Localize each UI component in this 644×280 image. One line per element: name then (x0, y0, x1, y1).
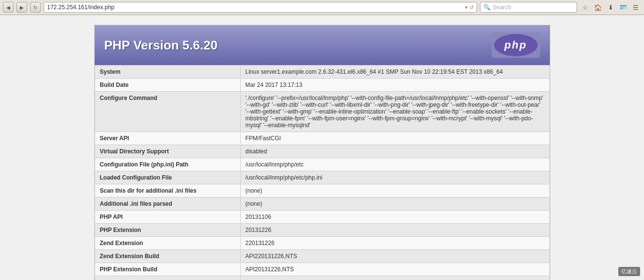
row-label: PHP Extension (95, 224, 240, 237)
address-bar-icons: ▾ ↺ (465, 4, 474, 11)
row-label: Configure Command (95, 92, 240, 132)
table-row: PHP Extension20131226 (95, 224, 549, 237)
info-table: SystemLinux server1.example.com 2.6.32-4… (95, 65, 550, 280)
search-placeholder: Search (493, 4, 511, 11)
table-row: Debug Buildno (95, 276, 549, 280)
table-row: Zend Extension BuildAPI220131226,NTS (95, 250, 549, 263)
forward-button[interactable]: ▶ (17, 2, 27, 13)
row-label: Zend Extension (95, 237, 240, 250)
refresh-button[interactable]: ↻ (30, 2, 41, 13)
row-label: Virtual Directory Support (95, 145, 240, 158)
download-icon[interactable]: ⬇ (605, 2, 616, 13)
row-value: (none) (240, 184, 549, 198)
table-row: SystemLinux server1.example.com 2.6.32-4… (95, 66, 549, 79)
row-label: Server API (95, 132, 240, 145)
dropdown-icon: ▾ (465, 4, 468, 11)
menu-icon[interactable]: ☰ (630, 2, 641, 13)
watermark: 亿速云 (618, 267, 640, 276)
row-label: System (95, 66, 240, 79)
table-row: Loaded Configuration File/usr/local/lnmp… (95, 171, 549, 184)
browser-toolbar: ◀ ▶ ↻ 172.25.254.161/index.php ▾ ↺ 🔍 Sea… (0, 0, 644, 15)
row-value: /usr/local/lnmp/php/etc (240, 158, 549, 171)
row-label: Build Date (95, 79, 240, 92)
php-logo-text: php (504, 39, 527, 51)
page-content: PHP Version 5.6.20 php SystemLinux serve… (0, 15, 644, 280)
search-icon: 🔍 (483, 4, 491, 11)
search-bar[interactable]: 🔍 Search (480, 2, 577, 13)
row-value: disabled (240, 145, 549, 158)
row-value: (none) (240, 198, 549, 211)
home-icon[interactable]: 🏠 (593, 2, 603, 13)
table-row: Build DateMar 24 2017 13:17:13 (95, 79, 549, 92)
watermark-text: 亿速云 (621, 268, 637, 274)
row-value: Mar 24 2017 13:17:13 (240, 79, 549, 92)
row-value: no (240, 276, 549, 280)
php-logo: php (492, 33, 540, 58)
table-row: Configuration File (php.ini) Path/usr/lo… (95, 158, 549, 171)
bookmark-star-icon[interactable]: ☆ (580, 2, 591, 13)
php-info-container: PHP Version 5.6.20 php SystemLinux serve… (94, 25, 550, 280)
row-value: /usr/local/lnmp/php/etc/php.ini (240, 171, 549, 184)
table-row: Additional .ini files parsed(none) (95, 198, 549, 211)
row-label: PHP Extension Build (95, 263, 240, 276)
row-value: './configure' '--prefix=/usr/local/lnmp/… (240, 92, 549, 132)
row-value: API220131226,NTS (240, 250, 549, 263)
php-version-title: PHP Version 5.6.20 (104, 38, 218, 53)
row-label: Debug Build (95, 276, 240, 280)
id-card-icon[interactable]: 🪪 (618, 2, 628, 13)
row-label: Zend Extension Build (95, 250, 240, 263)
table-row: Virtual Directory Supportdisabled (95, 145, 549, 158)
row-value: API20131226,NTS (240, 263, 549, 276)
row-value: Linux server1.example.com 2.6.32-431.el6… (240, 66, 549, 79)
back-button[interactable]: ◀ (3, 2, 14, 13)
reload-icon: ↺ (469, 4, 474, 11)
address-bar[interactable]: 172.25.254.161/index.php ▾ ↺ (44, 2, 477, 13)
row-label: Scan this dir for additional .ini files (95, 184, 240, 198)
table-row: Configure Command'./configure' '--prefix… (95, 92, 549, 132)
row-label: Configuration File (php.ini) Path (95, 158, 240, 171)
table-row: PHP API20131106 (95, 211, 549, 224)
row-value: 20131226 (240, 224, 549, 237)
table-row: Scan this dir for additional .ini files(… (95, 184, 549, 198)
row-value: FPM/FastCGI (240, 132, 549, 145)
browser-chrome: ◀ ▶ ↻ 172.25.254.161/index.php ▾ ↺ 🔍 Sea… (0, 0, 644, 15)
address-text: 172.25.254.161/index.php (47, 4, 463, 11)
row-label: Additional .ini files parsed (95, 198, 240, 211)
table-row: PHP Extension BuildAPI20131226,NTS (95, 263, 549, 276)
table-row: Server APIFPM/FastCGI (95, 132, 549, 145)
table-row: Zend Extension220131226 (95, 237, 549, 250)
row-value: 220131226 (240, 237, 549, 250)
row-label: PHP API (95, 211, 240, 224)
browser-right-icons: ☆ 🏠 ⬇ 🪪 ☰ (580, 2, 641, 13)
row-value: 20131106 (240, 211, 549, 224)
php-header: PHP Version 5.6.20 php (95, 25, 550, 65)
php-logo-inner: php (494, 34, 538, 56)
row-label: Loaded Configuration File (95, 171, 240, 184)
